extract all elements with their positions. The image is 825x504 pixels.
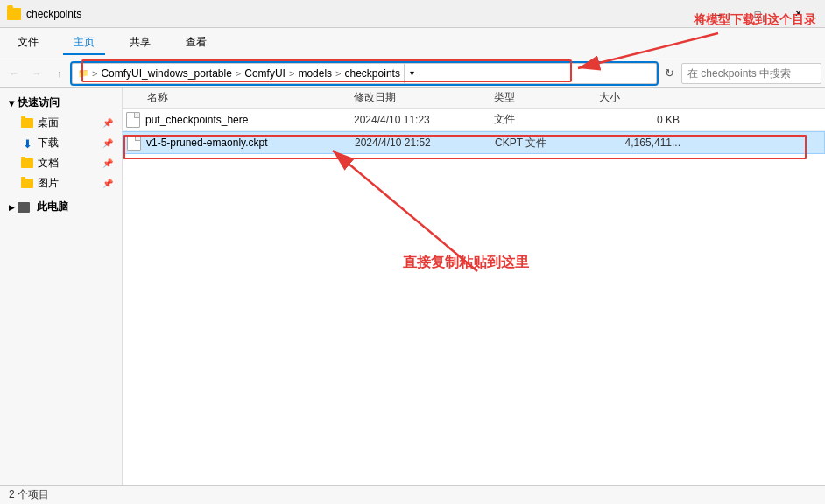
address-separator-4: > [335, 68, 341, 79]
download-icon: ⬇ [21, 137, 33, 150]
folder-icon-doc [21, 158, 33, 168]
sidebar-quick-access-label: 快速访问 [18, 95, 60, 110]
file-name-1: put_checkpoints_here [145, 114, 248, 126]
address-segment-4[interactable]: checkpoints [345, 67, 400, 80]
sidebar-this-pc-label: 此电脑 [37, 200, 68, 214]
main-area: ▾ 快速访问 桌面 📌 ⬇ 下载 📌 文档 [0, 88, 825, 485]
sidebar-quick-access-header[interactable]: ▾ 快速访问 [0, 93, 122, 113]
address-segment-1[interactable]: ComfyUI_windows_portable [101, 67, 231, 80]
address-segment-3[interactable]: models [298, 67, 332, 80]
file-date-1: 2024/4/10 11:23 [354, 114, 494, 126]
chevron-down-icon: ▾ [9, 97, 14, 109]
sidebar-item-downloads[interactable]: ⬇ 下载 📌 [0, 133, 122, 153]
file-icon-1 [126, 112, 140, 128]
file-size-1: 0 KB [599, 114, 687, 126]
pin-icon-3: 📌 [102, 158, 113, 168]
title-bar: checkpoints — □ ✕ [0, 0, 825, 28]
maximize-button[interactable]: □ [737, 0, 778, 28]
table-row[interactable]: put_checkpoints_here 2024/4/10 11:23 文件 … [123, 108, 825, 131]
title-bar-left: checkpoints [7, 8, 81, 20]
computer-icon [18, 202, 30, 213]
status-bar: 2 个项目 [0, 485, 825, 504]
file-type-2: CKPT 文件 [495, 136, 600, 150]
col-header-type[interactable]: 类型 [494, 90, 599, 105]
sidebar-item-documents-label: 文档 [38, 156, 59, 171]
file-name-cell-2: v1-5-pruned-emaonly.ckpt [127, 135, 355, 150]
address-folder-icon: 📁 [78, 68, 88, 78]
back-button[interactable]: ← [4, 63, 25, 84]
file-name-cell-1: put_checkpoints_here [126, 112, 354, 128]
file-icon-2 [127, 135, 141, 150]
col-header-name[interactable]: 名称 [126, 90, 354, 105]
file-name-2: v1-5-pruned-emaonly.ckpt [146, 136, 268, 149]
file-type-1: 文件 [494, 112, 599, 127]
sidebar-item-pictures[interactable]: 图片 📌 [0, 173, 122, 193]
pin-icon-4: 📌 [102, 178, 113, 188]
window-controls: — □ ✕ [697, 0, 818, 28]
address-separator-3: > [289, 68, 294, 79]
sidebar-item-documents[interactable]: 文档 📌 [0, 153, 122, 173]
col-header-size[interactable]: 大小 [599, 90, 687, 105]
folder-icon [21, 118, 33, 128]
address-separator-2: > [236, 68, 241, 79]
file-area[interactable]: 名称 修改日期 类型 大小 put_checkpoints_here 2024/… [123, 88, 825, 485]
sidebar-item-pictures-label: 图片 [38, 176, 59, 191]
forward-button[interactable]: → [26, 63, 47, 84]
col-header-date[interactable]: 修改日期 [354, 90, 494, 105]
window-title: checkpoints [26, 8, 81, 20]
pin-icon-2: 📌 [102, 138, 113, 148]
sidebar-item-desktop[interactable]: 桌面 📌 [0, 113, 122, 133]
sidebar-quick-access: ▾ 快速访问 桌面 📌 ⬇ 下载 📌 文档 [0, 93, 122, 193]
ribbon: 文件 主页 共享 查看 [0, 28, 825, 60]
address-bar[interactable]: 📁 > ComfyUI_windows_portable > ComfyUI >… [72, 63, 657, 84]
sidebar-this-pc: ▸ 此电脑 [0, 197, 122, 217]
tab-file[interactable]: 文件 [7, 32, 49, 55]
tab-view[interactable]: 查看 [175, 32, 217, 55]
tab-home[interactable]: 主页 [63, 32, 105, 55]
file-size-2: 4,165,411... [600, 136, 688, 149]
pin-icon: 📌 [102, 118, 113, 128]
nav-bar: ← → ↑ 📁 > ComfyUI_windows_portable > Com… [0, 60, 825, 88]
sidebar-item-downloads-label: 下载 [38, 136, 59, 150]
refresh-button[interactable]: ↻ [659, 63, 680, 84]
chevron-right-icon: ▸ [9, 201, 14, 214]
file-list-header: 名称 修改日期 类型 大小 [123, 88, 825, 108]
sidebar: ▾ 快速访问 桌面 📌 ⬇ 下载 📌 文档 [0, 88, 123, 485]
up-button[interactable]: ↑ [49, 63, 70, 84]
close-button[interactable]: ✕ [778, 0, 818, 28]
table-row[interactable]: v1-5-pruned-emaonly.ckpt 2024/4/10 21:52… [123, 131, 825, 154]
file-date-2: 2024/4/10 21:52 [355, 136, 495, 149]
tab-share[interactable]: 共享 [119, 32, 161, 55]
address-dropdown-button[interactable]: ▾ [404, 63, 420, 84]
minimize-button[interactable]: — [697, 0, 737, 28]
sidebar-this-pc-header[interactable]: ▸ 此电脑 [0, 197, 122, 217]
address-segment-2[interactable]: ComfyUI [244, 67, 286, 80]
search-input[interactable] [681, 63, 821, 84]
status-count: 2 个项目 [9, 487, 49, 502]
folder-icon-pic [21, 178, 33, 188]
address-separator-1: > [92, 68, 97, 79]
window-folder-icon [7, 8, 21, 20]
sidebar-item-desktop-label: 桌面 [38, 116, 59, 130]
